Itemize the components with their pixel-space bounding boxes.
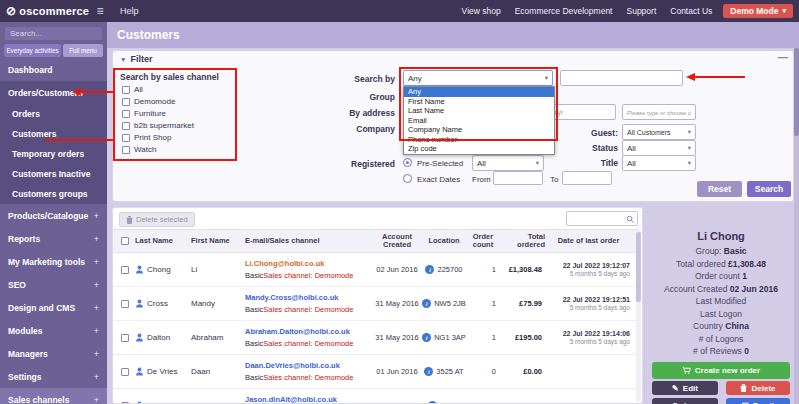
sidebar-item-customers-groups[interactable]: Customers groups — [0, 184, 107, 204]
page-scrollbar-thumb[interactable] — [794, 48, 799, 136]
table-scrollbar-thumb[interactable] — [636, 232, 641, 302]
select-all-checkbox[interactable] — [121, 237, 129, 245]
column-header-account-created[interactable]: Account Created — [373, 233, 421, 249]
column-header-date-of-last-order[interactable]: Date of last order — [545, 237, 632, 245]
email-link[interactable]: Jason.dinAlt@holbi.co.uk — [245, 395, 373, 404]
channel-checkbox-watch[interactable]: Watch — [122, 145, 156, 154]
tab-everyday-activities[interactable]: Everyday activities — [4, 44, 61, 57]
table-row[interactable]: De Vries Daan Daan.DeVries@holbi.co.ukBa… — [113, 355, 638, 389]
dropdown-option-zip-code[interactable]: Zip code — [404, 144, 554, 154]
sidebar-item-orders[interactable]: Orders — [0, 104, 107, 124]
channel-checkbox-b2b-supermarket[interactable]: b2b supermarket — [122, 121, 194, 130]
search-by-text-input[interactable] — [560, 70, 683, 86]
sidebar-item-products-catalogue[interactable]: Products/Catalogue+ — [0, 204, 107, 227]
demo-mode-button[interactable]: Demo Mode ▾ — [723, 4, 793, 18]
support-link[interactable]: Support — [626, 6, 656, 16]
checkbox-icon[interactable] — [122, 98, 130, 106]
table-scrollbar[interactable] — [636, 230, 641, 402]
ecommerce-development-link[interactable]: Ecommerce Development — [515, 6, 613, 16]
row-checkbox[interactable] — [121, 266, 129, 274]
dropdown-option-any[interactable]: Any — [404, 87, 554, 97]
sidebar-item-reports[interactable]: Reports+ — [0, 227, 107, 250]
view-shop-link[interactable]: View shop — [462, 6, 501, 16]
checkbox-icon[interactable] — [122, 134, 130, 142]
table-row[interactable]: dinAlt Jason Jason.dinAlt@holbi.co.ukBas… — [113, 389, 638, 404]
column-header-email[interactable]: E-mail/Sales channel — [245, 237, 373, 245]
reset-button[interactable]: Reset — [697, 181, 742, 197]
checkbox-icon[interactable] — [122, 110, 130, 118]
exact-dates-radio[interactable] — [403, 174, 412, 183]
dropdown-option-company-name[interactable]: Company Name — [404, 125, 554, 135]
delete-selected-button[interactable]: Delete selected — [119, 212, 195, 227]
sidebar-item-settings[interactable]: Settings+ — [0, 365, 107, 388]
checkbox-icon[interactable] — [122, 122, 130, 130]
sidebar-item-managers[interactable]: Managers+ — [0, 342, 107, 365]
sidebar-item-orders-customers[interactable]: Orders/Customers — [0, 81, 107, 104]
sidebar-item-seo[interactable]: SEO+ — [0, 273, 107, 296]
status-select[interactable]: All ▾ — [622, 140, 696, 156]
preselected-radio[interactable] — [403, 158, 412, 167]
row-checkbox[interactable] — [121, 334, 129, 342]
email-link[interactable]: Daan.DeVries@holbi.co.uk — [245, 361, 373, 371]
channel-checkbox-all[interactable]: All — [122, 85, 143, 94]
info-icon[interactable]: i — [425, 265, 434, 274]
channel-checkbox-demomode[interactable]: Demomode — [122, 97, 175, 106]
column-header-last-name[interactable]: Last Name — [135, 237, 191, 245]
sidebar-search-input[interactable] — [5, 27, 102, 40]
channel-checkbox-print-shop[interactable]: Print Shop — [122, 133, 171, 142]
sidebar-item-sales-channels[interactable]: Sales channels+ — [0, 388, 107, 404]
checkbox-icon[interactable] — [122, 146, 130, 154]
channel-checkbox-furniture[interactable]: Furniture — [122, 109, 166, 118]
dropdown-option-first-name[interactable]: First Name — [404, 97, 554, 107]
dropdown-option-phone-number[interactable]: Phone number — [404, 135, 554, 145]
oscommerce-logo[interactable]: ⊘ oscommerce — [0, 4, 92, 18]
contact-us-link[interactable]: Contact Us — [670, 6, 712, 16]
column-header-order-count[interactable]: Order count — [467, 233, 499, 249]
table-row[interactable]: Dalton Abraham Abraham.Dalton@holbi.co.u… — [113, 321, 638, 355]
column-header-first-name[interactable]: First Name — [191, 237, 245, 245]
email-link[interactable]: Abraham.Dalton@holbi.co.uk — [245, 327, 373, 337]
dropdown-option-last-name[interactable]: Last Name — [404, 106, 554, 116]
preselected-select[interactable]: All ▾ — [472, 155, 544, 171]
guest-select[interactable]: All Customers ▾ — [622, 124, 696, 140]
email-link[interactable]: Li.Chong@holbi.co.uk — [245, 259, 373, 269]
filter-collapse-toggle[interactable]: ▼ Filter — [120, 54, 152, 64]
search-by-select[interactable]: Any ▾ — [403, 70, 553, 86]
edit-button[interactable]: ✎ Edit — [652, 381, 718, 395]
hamburger-menu-icon[interactable]: ≡ — [92, 4, 108, 18]
page-scrollbar[interactable] — [794, 46, 799, 404]
sidebar-item-my-marketing-tools[interactable]: My Marketing tools+ — [0, 250, 107, 273]
search-button[interactable]: Search — [747, 181, 791, 197]
help-link[interactable]: Help — [120, 6, 139, 16]
minimize-filter-icon[interactable]: — — [778, 52, 788, 63]
email-button[interactable]: ✉ Email — [726, 398, 790, 404]
table-row[interactable]: Cross Mandy Mandy.Cross@holbi.co.ukBasic… — [113, 287, 638, 321]
table-row[interactable]: Chong Li Li.Chong@holbi.co.ukBasicSales … — [113, 253, 638, 287]
info-icon[interactable]: i — [422, 333, 431, 342]
sidebar-item-design-and-cms[interactable]: Design and CMS+ — [0, 296, 107, 319]
title-select[interactable]: All ▾ — [622, 155, 696, 171]
info-icon[interactable]: i — [422, 299, 431, 308]
sidebar-item-customers[interactable]: Customers — [0, 124, 107, 144]
table-search-box[interactable] — [566, 211, 638, 226]
tab-full-menu[interactable]: Full menu — [63, 44, 103, 57]
detail-create-order-button[interactable]: Create new order — [652, 362, 790, 379]
email-link[interactable]: Mandy.Cross@holbi.co.uk — [245, 293, 373, 303]
date-from-input[interactable] — [493, 171, 543, 185]
city-input[interactable] — [622, 104, 696, 120]
column-header-location[interactable]: Location — [421, 237, 467, 245]
row-checkbox[interactable] — [121, 368, 129, 376]
info-icon[interactable]: i — [424, 367, 433, 376]
dropdown-option-email[interactable]: Email — [404, 116, 554, 126]
column-header-total-ordered[interactable]: Total ordered — [499, 233, 545, 249]
delete-button[interactable]: Delete — [726, 381, 790, 395]
sidebar-item-customers-inactive[interactable]: Customers Inactive — [0, 164, 107, 184]
sidebar-item-dashboard[interactable]: Dashboard — [0, 58, 107, 81]
sidebar-item-modules[interactable]: Modules+ — [0, 319, 107, 342]
checkbox-icon[interactable] — [122, 86, 130, 94]
row-checkbox[interactable] — [121, 300, 129, 308]
sidebar-item-temporary-orders[interactable]: Temporary orders — [0, 144, 107, 164]
detail-line: # of Logons — [648, 335, 794, 345]
orders-button[interactable]: Orders — [652, 398, 718, 404]
date-to-input[interactable] — [562, 171, 612, 185]
